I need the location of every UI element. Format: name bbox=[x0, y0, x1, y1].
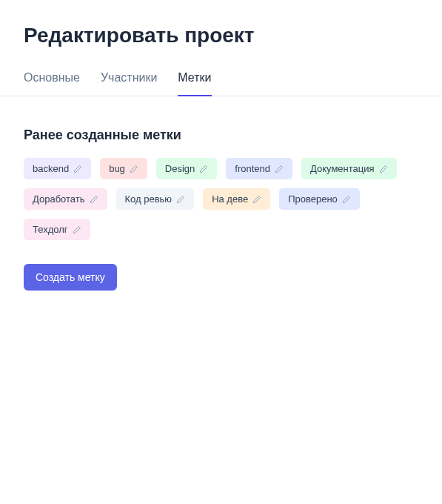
label-chip[interactable]: frontend bbox=[226, 158, 292, 179]
page-title: Редактировать проект bbox=[24, 24, 418, 47]
tab-members[interactable]: Участники bbox=[101, 71, 157, 96]
pencil-icon[interactable] bbox=[73, 165, 82, 173]
section-title-existing-labels: Ранее созданные метки bbox=[24, 127, 418, 143]
label-chip[interactable]: Design bbox=[156, 158, 217, 179]
label-chip-text: backend bbox=[33, 163, 69, 174]
label-chip[interactable]: Доработать bbox=[24, 188, 107, 210]
label-chip-text: Техдолг bbox=[33, 224, 68, 235]
pencil-icon[interactable] bbox=[275, 165, 284, 173]
label-chip-text: Код ревью bbox=[125, 193, 173, 205]
tabs: Основные Участники Метки bbox=[0, 71, 442, 96]
labels-list: backend bug Design frontend bbox=[24, 158, 418, 240]
label-chip[interactable]: Проверено bbox=[279, 188, 360, 210]
label-chip-text: Доработать bbox=[33, 193, 85, 205]
label-chip-text: frontend bbox=[235, 163, 270, 174]
pencil-icon[interactable] bbox=[199, 165, 208, 173]
tab-labels[interactable]: Метки bbox=[178, 71, 211, 96]
label-chip-text: bug bbox=[109, 163, 125, 174]
label-chip[interactable]: Код ревью bbox=[116, 188, 195, 210]
pencil-icon[interactable] bbox=[130, 165, 138, 173]
pencil-icon[interactable] bbox=[90, 195, 98, 204]
label-chip-text: Design bbox=[165, 163, 195, 174]
pencil-icon[interactable] bbox=[342, 195, 351, 204]
tab-general[interactable]: Основные bbox=[24, 71, 80, 96]
label-chip-text: Документация bbox=[310, 163, 375, 174]
label-chip-text: Проверено bbox=[288, 193, 338, 205]
create-label-button[interactable]: Создать метку bbox=[24, 264, 117, 291]
pencil-icon[interactable] bbox=[73, 225, 81, 234]
label-chip[interactable]: На деве bbox=[203, 188, 270, 210]
pencil-icon[interactable] bbox=[252, 195, 261, 204]
label-chip[interactable]: backend bbox=[24, 158, 91, 179]
pencil-icon[interactable] bbox=[176, 195, 185, 204]
label-chip-text: На деве bbox=[212, 193, 248, 205]
label-chip[interactable]: bug bbox=[100, 158, 147, 179]
pencil-icon[interactable] bbox=[379, 165, 388, 173]
label-chip[interactable]: Техдолг bbox=[24, 219, 90, 240]
label-chip[interactable]: Документация bbox=[301, 158, 397, 179]
